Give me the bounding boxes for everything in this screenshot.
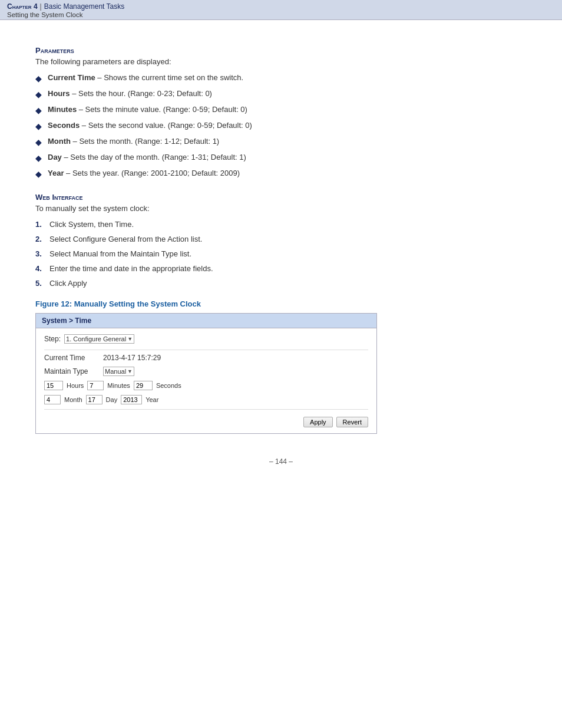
step-item: 2. Select Configure General from the Act… [35, 235, 527, 243]
list-item: ◆ Year – Sets the year. (Range: 2001-210… [35, 169, 527, 179]
chapter-label: Chapter 4 [7, 2, 38, 11]
param-name: Current Time [48, 73, 95, 82]
current-time-row: Current Time 2013-4-17 15:7:29 [44, 354, 368, 362]
param-name: Minutes [48, 105, 77, 114]
date-field-group: Month Day Year [44, 395, 158, 404]
param-desc: – Sets the minute value. (Range: 0-59; D… [79, 105, 247, 114]
chapter-title: Basic Management Tasks [44, 2, 125, 11]
step-number: 3. [35, 249, 49, 258]
step-text: Click Apply [49, 279, 87, 288]
current-time-value: 2013-4-17 15:7:29 [103, 354, 161, 362]
seconds-input[interactable] [134, 381, 153, 390]
apply-button[interactable]: Apply [303, 417, 333, 427]
bullet-icon: ◆ [35, 106, 42, 115]
bullet-icon: ◆ [35, 121, 42, 131]
maintain-type-label: Maintain Type [44, 367, 103, 375]
step-number: 4. [35, 264, 49, 273]
minutes-input[interactable] [87, 381, 104, 390]
parameters-intro: The following parameters are displayed: [35, 57, 527, 66]
ui-mockup: System > Time Step: 1. Configure General… [35, 313, 377, 434]
mockup-step-label: Step: [44, 335, 61, 343]
param-desc: – Sets the hour. (Range: 0-23; Default: … [72, 89, 212, 98]
param-desc: – Sets the second value. (Range: 0-59; D… [82, 121, 252, 130]
maintain-type-row: Maintain Type Manual ▼ [44, 367, 368, 376]
date-fields-row: Month Day Year [44, 395, 368, 404]
param-desc: – Sets the month. (Range: 1-12; Default:… [73, 137, 220, 146]
web-interface-heading: Web Interface [35, 193, 527, 202]
page-subtitle: Setting the System Clock [7, 11, 555, 18]
param-desc: – Sets the day of the month. (Range: 1-3… [64, 153, 246, 162]
action-buttons: Apply Revert [44, 413, 368, 427]
list-item: ◆ Hours – Sets the hour. (Range: 0-23; D… [35, 89, 527, 99]
hours-input[interactable] [44, 381, 63, 390]
seconds-label: Seconds [156, 382, 181, 389]
mockup-header: System > Time [36, 314, 376, 328]
time-field-group: Hours Minutes Seconds [44, 381, 181, 390]
main-content: Parameters The following parameters are … [0, 20, 562, 489]
revert-button[interactable]: Revert [336, 417, 368, 427]
figure-caption: Figure 12: Manually Setting the System C… [35, 299, 527, 308]
select-arrow-icon: ▼ [127, 368, 133, 374]
step-item: 5. Click Apply [35, 279, 527, 288]
step-item: 4. Enter the time and date in the approp… [35, 264, 527, 273]
steps-list: 1. Click System, then Time. 2. Select Co… [35, 220, 527, 288]
web-interface-intro: To manually set the system clock: [35, 204, 527, 213]
hours-label: Hours [67, 382, 84, 389]
step-item: 1. Click System, then Time. [35, 220, 527, 229]
month-label: Month [64, 396, 82, 403]
mockup-step-row: Step: 1. Configure General ▼ [44, 334, 368, 344]
parameters-heading: Parameters [35, 46, 527, 55]
maintain-type-value: Manual [105, 368, 126, 375]
step-text: Enter the time and date in the appropria… [49, 264, 213, 273]
bullet-icon: ◆ [35, 90, 42, 99]
page-header: Chapter 4 | Basic Management Tasks Setti… [0, 0, 562, 20]
header-separator: | [40, 2, 42, 11]
list-item: ◆ Minutes – Sets the minute value. (Rang… [35, 105, 527, 115]
list-item: ◆ Day – Sets the day of the month. (Rang… [35, 153, 527, 163]
param-name: Month [48, 137, 71, 146]
divider [44, 350, 368, 350]
day-input[interactable] [86, 395, 103, 404]
divider [44, 409, 368, 410]
maintain-type-select[interactable]: Manual ▼ [103, 367, 134, 376]
param-desc: – Sets the year. (Range: 2001-2100; Defa… [66, 169, 240, 177]
step-select-value: 1. Configure General [66, 335, 126, 342]
mockup-body: Step: 1. Configure General ▼ Current Tim… [36, 328, 376, 433]
bullet-icon: ◆ [35, 169, 42, 179]
bullet-icon: ◆ [35, 153, 42, 163]
step-number: 1. [35, 220, 49, 229]
page-number: – 144 – [35, 457, 527, 466]
step-item: 3. Select Manual from the Maintain Type … [35, 249, 527, 258]
current-time-label: Current Time [44, 354, 103, 362]
step-text: Click System, then Time. [49, 220, 134, 229]
list-item: ◆ Seconds – Sets the second value. (Rang… [35, 121, 527, 131]
step-number: 5. [35, 279, 49, 288]
list-item: ◆ Month – Sets the month. (Range: 1-12; … [35, 137, 527, 147]
year-label: Year [146, 396, 158, 403]
parameters-list: ◆ Current Time – Shows the current time … [35, 73, 527, 179]
param-name: Seconds [48, 121, 80, 130]
param-name: Year [48, 169, 64, 177]
param-desc: – Shows the current time set on the swit… [97, 73, 243, 82]
month-input[interactable] [44, 395, 61, 404]
bullet-icon: ◆ [35, 74, 42, 83]
step-number: 2. [35, 235, 49, 243]
time-fields-row: Hours Minutes Seconds [44, 381, 368, 390]
day-label: Day [106, 396, 118, 403]
minutes-label: Minutes [107, 382, 130, 389]
step-text: Select Manual from the Maintain Type lis… [49, 249, 191, 258]
select-arrow-icon: ▼ [127, 336, 133, 342]
bullet-icon: ◆ [35, 137, 42, 147]
param-name: Hours [48, 89, 70, 98]
list-item: ◆ Current Time – Shows the current time … [35, 73, 527, 83]
param-name: Day [48, 153, 62, 162]
step-text: Select Configure General from the Action… [49, 235, 202, 243]
year-input[interactable] [121, 395, 142, 404]
step-select[interactable]: 1. Configure General ▼ [64, 334, 134, 344]
